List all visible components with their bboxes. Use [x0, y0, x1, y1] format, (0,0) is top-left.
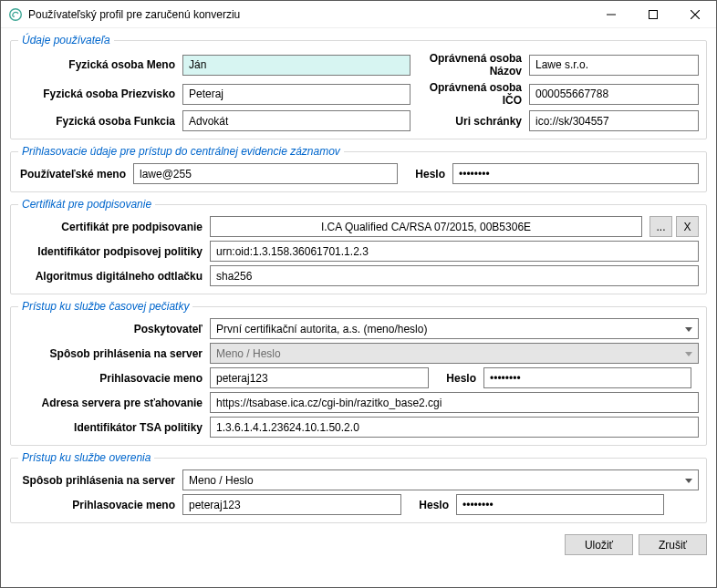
label-tsa-provider: Poskytovateľ: [18, 323, 210, 335]
label-first-name: Fyzická osoba Meno: [18, 58, 182, 71]
app-icon: [8, 7, 23, 22]
tsa-provider-combo[interactable]: První certifikační autorita, a.s. (meno/…: [210, 318, 699, 339]
label-verify-login-method: Spôsob prihlásenia na server: [18, 474, 182, 487]
auth-ico-field[interactable]: [529, 84, 699, 105]
svg-point-1: [13, 15, 15, 17]
group-tsa: Prístup ku službe časovej pečiatky Posky…: [10, 300, 707, 446]
function-field[interactable]: [182, 110, 410, 131]
label-login-password: Heslo: [398, 168, 452, 181]
svg-rect-3: [649, 10, 658, 18]
auth-name-field[interactable]: [529, 55, 699, 76]
label-tsa-password: Heslo: [429, 372, 483, 385]
close-button[interactable]: [674, 1, 716, 28]
client-area: Údaje používateľa Fyzická osoba Meno Opr…: [1, 28, 716, 587]
first-name-field[interactable]: [182, 55, 410, 76]
last-name-field[interactable]: [182, 84, 410, 105]
svg-point-0: [10, 8, 22, 20]
group-user-data: Údaje používateľa Fyzická osoba Meno Opr…: [10, 34, 707, 139]
label-last-name: Fyzická osoba Priezvisko: [18, 88, 182, 100]
legend-cert: Certifikát pre podpisovanie: [18, 198, 155, 211]
label-auth-name: Oprávnená osoba Názov: [410, 52, 529, 77]
legend-user-data: Údaje používateľa: [18, 34, 114, 46]
title-bar: Používateľský profil pre zaručenú konver…: [1, 1, 716, 28]
cert-clear-button[interactable]: X: [676, 216, 699, 237]
verify-login-method-combo[interactable]: Meno / Heslo: [182, 469, 699, 490]
verify-login-name-field[interactable]: [182, 494, 401, 515]
tsa-login-method-combo: Meno / Heslo: [210, 343, 699, 364]
verify-password-field[interactable]: [456, 494, 664, 515]
save-button[interactable]: Uložiť: [565, 534, 633, 555]
group-verify: Prístup ku službe overenia Spôsob prihlá…: [10, 451, 707, 523]
cert-display-field: [210, 216, 642, 237]
label-login-username: Používateľské meno: [18, 168, 133, 181]
label-digest-alg: Algoritmus digitálneho odtlačku: [18, 270, 210, 283]
maximize-button[interactable]: [632, 1, 674, 28]
legend-login: Prihlasovacie údaje pre prístup do centr…: [18, 145, 344, 158]
digest-alg-field[interactable]: [210, 265, 699, 286]
group-cert: Certifikát pre podpisovanie Certifikát p…: [10, 198, 707, 294]
label-function: Fyzická osoba Funkcia: [18, 115, 182, 128]
cert-browse-button[interactable]: ...: [649, 216, 672, 237]
minimize-button[interactable]: [590, 1, 632, 28]
tsa-password-field[interactable]: [483, 367, 691, 388]
label-verify-password: Heslo: [401, 499, 456, 511]
cancel-button[interactable]: Zrušiť: [639, 534, 707, 555]
legend-verify: Prístup ku službe overenia: [18, 451, 154, 464]
login-username-field[interactable]: [133, 163, 398, 184]
dialog-window: Používateľský profil pre zaručenú konver…: [0, 0, 717, 588]
policy-id-field[interactable]: [210, 241, 699, 262]
label-verify-login-name: Prihlasovacie meno: [18, 499, 182, 511]
window-title: Používateľský profil pre zaručenú konver…: [28, 8, 240, 21]
label-auth-ico: Oprávnená osoba IČO: [410, 81, 529, 107]
tsa-server-field[interactable]: [210, 392, 699, 413]
login-password-field[interactable]: [452, 163, 699, 184]
group-login: Prihlasovacie údaje pre prístup do centr…: [10, 145, 707, 192]
label-uri: Uri schránky: [410, 115, 529, 128]
uri-field[interactable]: [529, 110, 699, 131]
label-tsa-policy: Identifikátor TSA politiky: [18, 421, 210, 434]
legend-tsa: Prístup ku službe časovej pečiatky: [18, 300, 192, 313]
label-tsa-login-name: Prihlasovacie meno: [18, 372, 210, 385]
label-tsa-server: Adresa servera pre sťahovanie: [18, 397, 210, 409]
dialog-footer: Uložiť Zrušiť: [10, 529, 707, 555]
tsa-login-name-field[interactable]: [210, 367, 429, 388]
label-cert: Certifikát pre podpisovanie: [18, 221, 210, 233]
label-policy-id: Identifikátor podpisovej politiky: [18, 245, 210, 258]
label-tsa-login-method: Spôsob prihlásenia na server: [18, 347, 210, 360]
tsa-policy-field[interactable]: [210, 417, 699, 438]
